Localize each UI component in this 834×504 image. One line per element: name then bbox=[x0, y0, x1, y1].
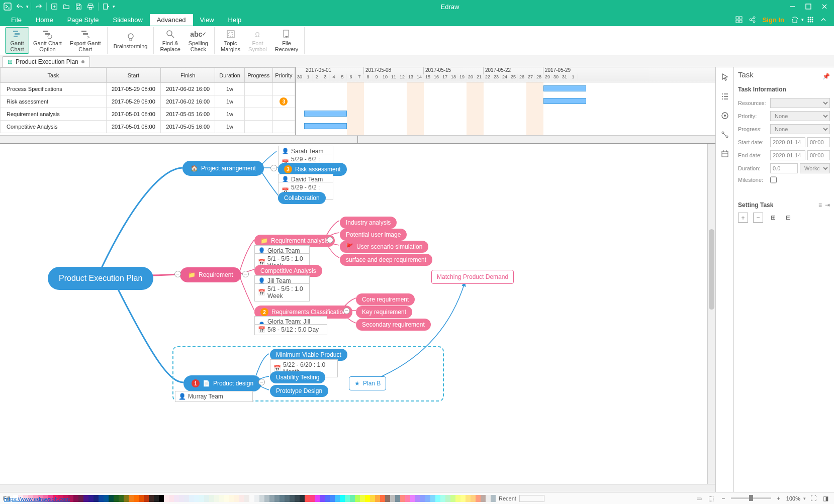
document-tab[interactable]: ⊞ Product Execution Plan bbox=[2, 56, 90, 67]
color-swatch[interactable] bbox=[425, 495, 430, 502]
color-swatch[interactable] bbox=[360, 495, 365, 502]
color-swatch[interactable] bbox=[83, 495, 88, 502]
node-planb[interactable]: ★Plan B bbox=[349, 376, 386, 390]
color-swatch[interactable] bbox=[104, 495, 109, 502]
color-swatch[interactable] bbox=[430, 495, 435, 502]
open-button[interactable] bbox=[61, 1, 72, 12]
color-swatch[interactable] bbox=[194, 495, 199, 502]
color-swatch[interactable] bbox=[280, 495, 285, 502]
color-swatch[interactable] bbox=[310, 495, 315, 502]
node-info[interactable]: 📅5/1 - 5/5 : 1.0 Week bbox=[254, 283, 310, 301]
node-info[interactable]: 📅5/8 - 5/12 : 5.0 Day bbox=[254, 324, 327, 335]
collapse-icon[interactable]: − bbox=[327, 237, 333, 243]
color-swatch[interactable] bbox=[471, 495, 476, 502]
color-swatch[interactable] bbox=[375, 495, 380, 502]
color-swatch[interactable] bbox=[214, 495, 219, 502]
color-swatch[interactable] bbox=[99, 495, 104, 502]
node-sub[interactable]: surface and deep requirement bbox=[340, 254, 432, 266]
color-swatch[interactable] bbox=[244, 495, 249, 502]
color-swatch[interactable] bbox=[466, 495, 471, 502]
menu-help[interactable]: Help bbox=[221, 14, 249, 26]
color-swatch[interactable] bbox=[234, 495, 239, 502]
list-icon[interactable]: ≡ bbox=[818, 201, 822, 209]
zoom-in-button[interactable]: + bbox=[774, 494, 783, 503]
save-button[interactable] bbox=[73, 1, 84, 12]
color-swatch[interactable] bbox=[486, 495, 491, 502]
menu-page-style[interactable]: Page Style bbox=[60, 14, 106, 26]
collapse-icon[interactable]: − bbox=[258, 379, 265, 385]
col-duration[interactable]: Duration bbox=[215, 68, 244, 83]
color-swatch[interactable] bbox=[94, 495, 99, 502]
color-swatch[interactable] bbox=[335, 495, 340, 502]
node-sub[interactable]: Core requirement bbox=[356, 293, 415, 306]
minimize-button[interactable] bbox=[785, 1, 800, 12]
color-swatch[interactable] bbox=[370, 495, 375, 502]
col-progress[interactable]: Progress bbox=[244, 68, 272, 83]
color-swatch[interactable] bbox=[204, 495, 209, 502]
menu-slideshow[interactable]: Slideshow bbox=[106, 14, 150, 26]
color-swatch[interactable] bbox=[415, 495, 420, 502]
node-sub[interactable]: Secondary requirement bbox=[356, 319, 431, 331]
color-swatch[interactable] bbox=[219, 495, 224, 502]
color-swatch[interactable] bbox=[450, 495, 455, 502]
collapse-icon[interactable]: − bbox=[174, 271, 181, 277]
menu-view[interactable]: View bbox=[193, 14, 221, 26]
color-swatch[interactable] bbox=[264, 495, 269, 502]
color-swatch[interactable] bbox=[290, 495, 295, 502]
color-swatch[interactable] bbox=[285, 495, 290, 502]
tool-target-icon[interactable] bbox=[719, 110, 731, 122]
color-swatch[interactable] bbox=[350, 495, 355, 502]
close-button[interactable] bbox=[817, 1, 832, 12]
color-swatch[interactable] bbox=[320, 495, 325, 502]
collapse-icon[interactable]: − bbox=[242, 271, 249, 277]
duration-input[interactable] bbox=[770, 163, 798, 173]
tool-list-icon[interactable] bbox=[719, 90, 731, 103]
node-arrangement[interactable]: 🏠 Project arrangement bbox=[182, 161, 264, 176]
color-swatch[interactable] bbox=[390, 495, 395, 502]
grid-button[interactable]: ⊞ bbox=[768, 213, 778, 223]
menu-advanced[interactable]: Advanced bbox=[150, 14, 193, 26]
footer-url[interactable]: https://www.edrawsoft.com bbox=[4, 496, 70, 502]
node-sub[interactable]: Potential user image bbox=[340, 229, 407, 241]
priority-select[interactable]: None bbox=[770, 111, 830, 121]
fullscreen-icon[interactable]: ⛶ bbox=[809, 494, 818, 503]
color-swatch[interactable] bbox=[109, 495, 114, 502]
file-recovery-button[interactable]: File Recovery bbox=[271, 27, 302, 54]
color-swatch[interactable] bbox=[440, 495, 445, 502]
table-row[interactable]: Competitive Analysis2017-05-01 08:002017… bbox=[1, 121, 295, 133]
color-swatch[interactable] bbox=[435, 495, 440, 502]
color-swatch[interactable] bbox=[169, 495, 174, 502]
color-swatch[interactable] bbox=[385, 495, 390, 502]
color-swatch[interactable] bbox=[395, 495, 400, 502]
zoom-slider[interactable] bbox=[731, 497, 771, 499]
color-swatch[interactable] bbox=[129, 495, 134, 502]
collapse-icon[interactable]: − bbox=[270, 165, 277, 171]
fit-icon[interactable]: ⬚ bbox=[707, 494, 716, 503]
color-swatch[interactable] bbox=[149, 495, 154, 502]
duration-unit-select[interactable]: Workday bbox=[800, 163, 830, 173]
gantt-chart-button[interactable]: Gantt Chart bbox=[5, 27, 29, 54]
color-swatch[interactable] bbox=[124, 495, 129, 502]
table-row[interactable]: Requirement analysis2017-05-01 08:002017… bbox=[1, 108, 295, 121]
page-icon[interactable]: ▭ bbox=[695, 494, 704, 503]
gantt-scrollbar[interactable] bbox=[0, 135, 715, 143]
color-swatch[interactable] bbox=[295, 495, 300, 502]
add-task-button[interactable]: ＋ bbox=[738, 213, 748, 223]
color-swatch[interactable] bbox=[380, 495, 385, 502]
color-swatch[interactable] bbox=[345, 495, 350, 502]
table-row[interactable]: Risk assessment2017-05-29 08:002017-06-0… bbox=[1, 95, 295, 108]
indent-icon[interactable]: ⇥ bbox=[825, 201, 830, 209]
color-swatch[interactable] bbox=[189, 495, 194, 502]
end-date-input[interactable] bbox=[770, 150, 805, 160]
color-swatch[interactable] bbox=[114, 495, 119, 502]
color-swatch[interactable] bbox=[134, 495, 139, 502]
color-swatch[interactable] bbox=[184, 495, 189, 502]
color-swatch[interactable] bbox=[239, 495, 244, 502]
color-swatch[interactable] bbox=[400, 495, 405, 502]
color-swatch[interactable] bbox=[144, 495, 149, 502]
color-swatch[interactable] bbox=[325, 495, 330, 502]
color-swatch[interactable] bbox=[481, 495, 486, 502]
tool-cursor-icon[interactable] bbox=[719, 71, 731, 83]
redo-button[interactable] bbox=[33, 1, 44, 12]
export-button[interactable] bbox=[101, 1, 112, 12]
